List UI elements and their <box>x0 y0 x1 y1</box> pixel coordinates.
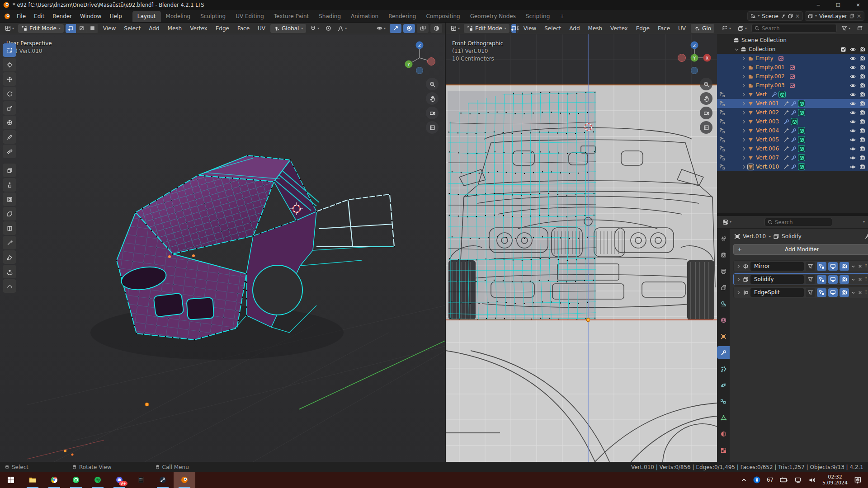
modifier-extras-dropdown[interactable] <box>851 277 856 282</box>
minimize-button[interactable]: ─ <box>808 0 828 10</box>
eye-toggle[interactable] <box>850 164 856 170</box>
outliner-row[interactable]: Empty.003 <box>717 81 868 90</box>
object-visibility-dropdown[interactable]: ▾ <box>374 24 388 33</box>
properties-tab-constraints[interactable] <box>717 395 730 408</box>
viewport-menu-face[interactable]: Face <box>234 24 253 33</box>
camera-toggle[interactable] <box>859 74 865 80</box>
eye-toggle[interactable] <box>850 128 856 134</box>
expand-chevron[interactable] <box>741 92 748 97</box>
modifier-row-edgesplit[interactable]: EdgeSplit⠿ <box>733 286 868 298</box>
camera-toggle[interactable] <box>859 47 865 52</box>
outliner-row[interactable]: Scene Collection <box>717 36 868 45</box>
checkbox-toggle[interactable] <box>840 47 846 52</box>
select-mode-edge[interactable] <box>76 24 87 33</box>
eye-toggle[interactable] <box>850 110 856 116</box>
outliner-row[interactable]: Vert <box>717 90 868 99</box>
eye-toggle[interactable] <box>850 92 856 98</box>
outliner-filter-id-button[interactable]: ▾ <box>736 24 749 33</box>
maximize-button[interactable]: ☐ <box>828 0 848 10</box>
show-gizmo-toggle[interactable] <box>390 24 401 33</box>
tool-cursor[interactable] <box>3 58 16 71</box>
tool-bevel[interactable] <box>3 207 16 221</box>
tool-annotate[interactable] <box>3 130 16 144</box>
transform-orientation[interactable]: Global▾ <box>270 24 306 33</box>
workspace-tab-uv-editing[interactable]: UV Editing <box>231 11 269 22</box>
add-workspace-button[interactable]: + <box>555 11 569 22</box>
select-mode-edge[interactable] <box>517 24 519 33</box>
viewport-menu-edge[interactable]: Edge <box>633 24 653 33</box>
viewport-right-3d[interactable]: Front Orthographic (11) Vert.010 10 Cent… <box>446 34 717 462</box>
editor-type-button[interactable]: ▾ <box>3 24 16 33</box>
pin-icon[interactable] <box>781 14 786 19</box>
viewport-menu-select[interactable]: Select <box>121 24 144 33</box>
properties-search[interactable] <box>764 218 832 226</box>
taskbar-app-whatsapp[interactable] <box>65 472 87 488</box>
breadcrumb-modifier[interactable]: Solidify <box>782 233 802 239</box>
mode-selector[interactable]: Edit Mode▾ <box>464 24 509 33</box>
viewport-menu-vertex[interactable]: Vertex <box>607 24 631 33</box>
camera-view-button[interactable] <box>426 107 439 119</box>
expand-chevron[interactable] <box>741 119 748 124</box>
modifier-camera-toggle[interactable] <box>840 288 849 297</box>
outliner-display-mode-button[interactable]: ▾ <box>720 24 733 33</box>
expand-chevron[interactable] <box>741 56 748 61</box>
tool-scale[interactable] <box>3 101 16 115</box>
properties-tab-particles[interactable] <box>717 362 730 375</box>
expand-chevron[interactable] <box>741 74 748 79</box>
outliner-row[interactable]: Vert.002 <box>717 108 868 117</box>
toggle-perspective-button[interactable] <box>426 121 439 134</box>
outliner-row[interactable]: Empty <box>717 54 868 63</box>
camera-toggle[interactable] <box>859 92 865 98</box>
modifier-vgroup-toggle[interactable] <box>817 275 826 284</box>
editor-type-button[interactable]: ▾ <box>448 24 462 33</box>
modifier-name-field[interactable]: Mirror <box>750 262 804 271</box>
viewport-menu-mesh[interactable]: Mesh <box>165 24 185 33</box>
expand-chevron[interactable] <box>736 264 741 269</box>
expand-chevron[interactable] <box>741 110 748 115</box>
expand-chevron[interactable] <box>741 83 748 88</box>
properties-tab-tool[interactable] <box>717 232 730 245</box>
workspace-tab-sculpting[interactable]: Sculpting <box>195 11 231 22</box>
workspace-tab-scripting[interactable]: Scripting <box>521 11 555 22</box>
expand-chevron[interactable] <box>741 155 748 160</box>
drag-handle[interactable]: ⠿ <box>864 278 868 280</box>
menu-window[interactable]: Window <box>76 11 105 21</box>
camera-toggle[interactable] <box>859 119 865 125</box>
snap-toggle[interactable]: ▾ <box>308 24 321 33</box>
modifier-name-field[interactable]: Solidify <box>750 275 804 284</box>
properties-tab-modifiers[interactable] <box>717 346 730 359</box>
outliner-row[interactable]: Vert.006 <box>717 144 868 153</box>
delete-modifier-button[interactable] <box>858 277 863 282</box>
outliner-row[interactable]: Vert.004 <box>717 126 868 135</box>
proportional-falloff[interactable]: ▾ <box>335 24 349 33</box>
shading-solid-button[interactable] <box>430 24 442 33</box>
menu-help[interactable]: Help <box>105 11 126 21</box>
outliner-row[interactable]: Vert.003 <box>717 117 868 126</box>
transform-orientation[interactable]: Glo <box>691 24 714 33</box>
outliner-row[interactable]: Vert.007 <box>717 153 868 162</box>
breadcrumb-object[interactable]: Vert.010 <box>743 233 766 239</box>
properties-tab-material[interactable] <box>717 427 730 440</box>
tool-extrude[interactable] <box>3 178 16 192</box>
delete-modifier-button[interactable] <box>858 264 863 269</box>
workspace-tab-shading[interactable]: Shading <box>314 11 346 22</box>
viewport-menu-add[interactable]: Add <box>566 24 583 33</box>
menu-edit[interactable]: Edit <box>30 11 48 21</box>
show-overlays-toggle[interactable] <box>403 24 415 33</box>
tool-add-cube[interactable] <box>3 164 16 177</box>
tool-measure[interactable] <box>3 145 16 158</box>
camera-toggle[interactable] <box>859 83 865 89</box>
tool-transform[interactable] <box>3 116 16 129</box>
viewport-menu-mesh[interactable]: Mesh <box>585 24 606 33</box>
properties-tab-output[interactable] <box>717 265 730 277</box>
tray-expand-icon[interactable] <box>741 477 747 483</box>
modifier-monitor-toggle[interactable] <box>828 262 838 271</box>
tool-inset[interactable] <box>3 192 16 206</box>
tool-move[interactable] <box>3 72 16 86</box>
properties-tab-scene[interactable] <box>717 297 730 310</box>
select-mode-face[interactable] <box>87 24 98 33</box>
viewport-menu-select[interactable]: Select <box>541 24 564 33</box>
copy-icon[interactable] <box>849 14 854 19</box>
modifier-camera-toggle[interactable] <box>840 275 849 284</box>
workspace-tab-modeling[interactable]: Modeling <box>161 11 196 22</box>
